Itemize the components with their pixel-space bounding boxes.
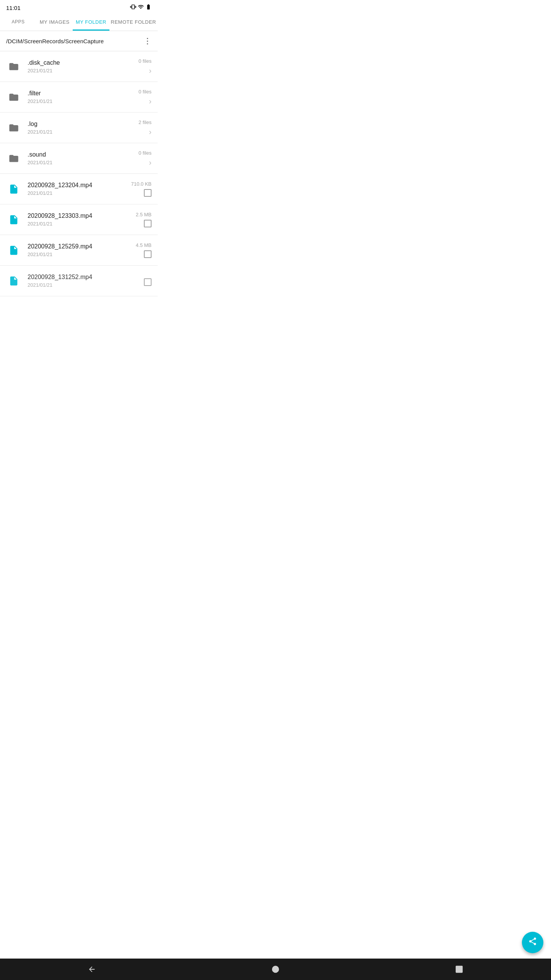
tab-my-folder[interactable]: MY FOLDER <box>73 14 109 31</box>
file-checkbox[interactable] <box>144 250 152 258</box>
file-meta <box>144 276 152 286</box>
file-name: .log <box>28 121 139 127</box>
file-name: .disk_cache <box>28 59 139 66</box>
file-size: 4.5 MB <box>136 242 152 248</box>
file-size: 2.5 MB <box>136 212 152 217</box>
file-info: 20200928_123303.mp4 2021/01/21 <box>28 212 136 227</box>
file-meta: 4.5 MB <box>136 242 152 258</box>
list-item[interactable]: .filter 2021/01/21 0 files › <box>0 82 158 113</box>
file-date: 2021/01/21 <box>28 160 139 165</box>
file-name: 20200928_125259.mp4 <box>28 243 136 250</box>
file-meta: 2 files › <box>139 119 152 136</box>
file-date: 2021/01/21 <box>28 190 131 196</box>
file-info: 20200928_125259.mp4 2021/01/21 <box>28 243 136 257</box>
file-count: 0 files <box>139 150 152 156</box>
folder-icon <box>6 153 21 164</box>
status-bar: 11:01 <box>0 0 158 14</box>
tab-my-images[interactable]: MY IMAGES <box>36 14 73 31</box>
file-icon <box>6 244 21 257</box>
current-path: /DCIM/ScreenRecords/ScreenCapture <box>6 38 104 44</box>
file-info: 20200928_131252.mp4 2021/01/21 <box>28 274 144 288</box>
battery-icon <box>145 4 152 11</box>
file-size: 710.0 KB <box>131 181 152 187</box>
file-name: 20200928_123303.mp4 <box>28 212 136 219</box>
file-meta: 0 files › <box>139 89 152 106</box>
file-info: 20200928_123204.mp4 2021/01/21 <box>28 182 131 196</box>
file-date: 2021/01/21 <box>28 129 139 135</box>
list-item[interactable]: .disk_cache 2021/01/21 0 files › <box>0 51 158 82</box>
file-icon <box>6 183 21 196</box>
chevron-right-icon: › <box>149 158 152 167</box>
file-date: 2021/01/21 <box>28 68 139 74</box>
file-date: 2021/01/21 <box>28 282 144 288</box>
tab-bar: APPS MY IMAGES MY FOLDER REMOTE FOLDER <box>0 14 158 31</box>
file-info: .log 2021/01/21 <box>28 121 139 135</box>
file-date: 2021/01/21 <box>28 98 139 104</box>
file-meta: 2.5 MB <box>136 212 152 227</box>
file-checkbox[interactable] <box>144 220 152 227</box>
file-icon <box>6 213 21 226</box>
list-item[interactable]: .log 2021/01/21 2 files › <box>0 113 158 143</box>
tab-apps[interactable]: APPS <box>0 14 36 31</box>
list-item[interactable]: 20200928_123204.mp4 2021/01/21 710.0 KB <box>0 174 158 204</box>
file-meta: 0 files › <box>139 150 152 167</box>
file-count: 0 files <box>139 58 152 64</box>
list-item[interactable]: 20200928_125259.mp4 2021/01/21 4.5 MB <box>0 235 158 266</box>
file-name: .sound <box>28 151 139 158</box>
file-meta: 710.0 KB <box>131 181 152 197</box>
file-checkbox[interactable] <box>144 278 152 286</box>
file-info: .disk_cache 2021/01/21 <box>28 59 139 74</box>
list-item[interactable]: .sound 2021/01/21 0 files › <box>0 143 158 174</box>
file-name: .filter <box>28 90 139 97</box>
wifi-icon <box>138 4 144 11</box>
file-name: 20200928_131252.mp4 <box>28 274 144 281</box>
file-icon <box>6 274 21 287</box>
file-count: 0 files <box>139 89 152 95</box>
list-item[interactable]: 20200928_131252.mp4 2021/01/21 <box>0 266 158 296</box>
status-time: 11:01 <box>6 5 21 11</box>
chevron-right-icon: › <box>149 127 152 136</box>
path-bar: /DCIM/ScreenRecords/ScreenCapture ⋮ <box>0 31 158 51</box>
tab-remote-folder[interactable]: REMOTE FOLDER <box>109 14 158 31</box>
file-count: 2 files <box>139 119 152 125</box>
more-options-button[interactable]: ⋮ <box>143 36 152 46</box>
folder-icon <box>6 92 21 103</box>
file-name: 20200928_123204.mp4 <box>28 182 131 189</box>
folder-icon <box>6 61 21 72</box>
vibrate-icon <box>130 4 136 11</box>
chevron-right-icon: › <box>149 66 152 75</box>
chevron-right-icon: › <box>149 97 152 106</box>
file-info: .sound 2021/01/21 <box>28 151 139 165</box>
list-item[interactable]: 20200928_123303.mp4 2021/01/21 2.5 MB <box>0 204 158 235</box>
file-meta: 0 files › <box>139 58 152 75</box>
folder-icon <box>6 122 21 133</box>
file-info: .filter 2021/01/21 <box>28 90 139 104</box>
file-checkbox[interactable] <box>144 189 152 197</box>
file-date: 2021/01/21 <box>28 221 136 227</box>
file-list: .disk_cache 2021/01/21 0 files › .filter… <box>0 51 158 319</box>
file-date: 2021/01/21 <box>28 252 136 257</box>
status-icons <box>130 4 152 11</box>
